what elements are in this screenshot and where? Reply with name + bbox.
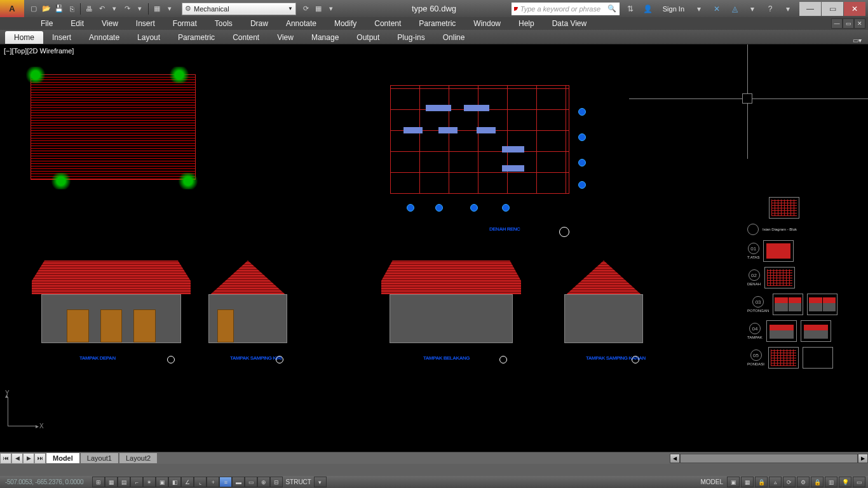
search-icon[interactable]: 🔍 [607, 4, 617, 13]
tab-content[interactable]: Content [224, 31, 268, 44]
ws-icon-1[interactable]: ⟳ [300, 3, 311, 15]
close-button[interactable]: ✕ [844, 2, 865, 16]
tab-annotate[interactable]: Annotate [80, 31, 128, 44]
tab-plugins[interactable]: Plug-ins [388, 31, 433, 44]
thumb-row-02[interactable]: 02 DENAH [747, 267, 862, 288]
open-icon[interactable]: 📂 [41, 3, 52, 15]
doc-restore-button[interactable]: ▭ [843, 18, 854, 29]
ws-icon-2[interactable]: ▦ [313, 3, 324, 15]
layer-readout[interactable]: STRUCT [283, 478, 314, 485]
menu-annotate[interactable]: Annotate [277, 17, 325, 30]
help-search-input[interactable]: Type a keyword or phrase 🔍 [512, 3, 620, 15]
save-icon[interactable]: 💾 [53, 3, 65, 15]
menu-dataview[interactable]: Data View [543, 17, 595, 30]
signin-link[interactable]: Sign In [659, 5, 688, 13]
grid-icon[interactable]: ▤ [118, 477, 130, 487]
layout-nav-prev[interactable]: ◀ [11, 453, 23, 464]
drop-icon[interactable]: ▾ [745, 2, 759, 16]
ucs-icon[interactable]: Y X ▴ ▸ [8, 397, 8, 426]
otrack-icon[interactable]: ∠ [181, 477, 194, 487]
scroll-right-icon[interactable]: ▶ [858, 454, 868, 463]
exchange-icon[interactable]: ✕ [710, 2, 724, 16]
tpy-icon[interactable]: ▬ [232, 477, 245, 487]
layer-drop-icon[interactable]: ▾ [314, 477, 327, 487]
ws-drop-icon[interactable]: ▾ [325, 3, 337, 15]
minimize-button[interactable]: — [799, 2, 821, 16]
tab-manage[interactable]: Manage [302, 31, 348, 44]
tab-home[interactable]: Home [5, 31, 43, 44]
quickview-drawings-icon[interactable]: ▦ [741, 477, 754, 487]
print-icon[interactable]: 🖶 [83, 3, 95, 15]
layout-nav-next[interactable]: ▶ [23, 453, 34, 464]
space-readout[interactable]: MODEL [698, 478, 726, 485]
tab-layout[interactable]: Layout [128, 31, 169, 44]
workspace-selector[interactable]: ⚙ Mechanical ▼ [182, 3, 296, 15]
cleanscreen-icon[interactable]: ▭ [853, 477, 865, 487]
layout-tab-layout2[interactable]: Layout2 [119, 452, 158, 464]
autodesk360-icon[interactable]: ⇅ [623, 2, 637, 16]
lock-ui-icon[interactable]: 🔒 [811, 477, 824, 487]
layout-tab-layout1[interactable]: Layout1 [80, 452, 119, 464]
isolate-icon[interactable]: 💡 [839, 477, 851, 487]
qp-icon[interactable]: ▭ [245, 477, 257, 487]
quickview-layouts-icon[interactable]: ▣ [727, 477, 740, 487]
thumb-row-01[interactable]: 01 T.ATAS [747, 240, 862, 262]
ortho-icon[interactable]: ⌐ [130, 477, 143, 487]
dyn-icon[interactable]: + [207, 477, 219, 487]
hardware-accel-icon[interactable]: ▥ [825, 477, 837, 487]
thumb-row-04[interactable]: 04 TAMPAK [747, 320, 862, 342]
thumb-row-05[interactable]: 05 PONDASI [747, 347, 862, 369]
menu-modify[interactable]: Modify [325, 17, 365, 30]
coords-readout[interactable]: -507.0053, -665.2376, 0.0000 [0, 478, 88, 485]
menu-window[interactable]: Window [465, 17, 510, 30]
scroll-track[interactable] [680, 454, 858, 463]
redo-icon[interactable]: ↷ [121, 3, 133, 15]
layout-nav-first[interactable]: ⏮ [0, 453, 11, 464]
tab-online[interactable]: Online [434, 31, 474, 44]
saveas-icon[interactable]: ⎘ [66, 3, 78, 15]
annoauto-icon[interactable]: ⟳ [783, 477, 796, 487]
layout-tab-model[interactable]: Model [46, 452, 80, 464]
tab-output[interactable]: Output [348, 31, 388, 44]
doc-minimize-button[interactable]: — [831, 18, 843, 29]
menu-content[interactable]: Content [365, 17, 410, 30]
thumb-row-03[interactable]: 03 POTONGAN [747, 294, 862, 315]
menu-help[interactable]: Help [510, 17, 543, 30]
menu-parametric[interactable]: Parametric [410, 17, 465, 30]
tab-view[interactable]: View [268, 31, 302, 44]
undo-drop-icon[interactable]: ▾ [109, 3, 120, 15]
menu-view[interactable]: View [93, 17, 127, 30]
sc-icon[interactable]: ⊕ [257, 477, 270, 487]
layer-icon[interactable]: ▦ [151, 3, 163, 15]
3dosnap-icon[interactable]: ◧ [168, 477, 181, 487]
tab-parametric[interactable]: Parametric [169, 31, 224, 44]
ws-switch-icon[interactable]: ⚙ [797, 477, 810, 487]
doc-close-button[interactable]: ✕ [854, 18, 865, 29]
polar-icon[interactable]: ✶ [143, 477, 156, 487]
layout-nav-last[interactable]: ⏭ [34, 453, 46, 464]
thumb-overview[interactable] [769, 197, 799, 219]
scroll-left-icon[interactable]: ◀ [670, 454, 680, 463]
osnap-icon[interactable]: ▣ [156, 477, 168, 487]
ducs-icon[interactable]: ⌞ [194, 477, 207, 487]
menu-format[interactable]: Format [164, 17, 206, 30]
help-icon[interactable]: ? [763, 2, 777, 16]
command-line[interactable] [0, 464, 868, 476]
menu-tools[interactable]: Tools [206, 17, 241, 30]
viewport-label[interactable]: [−][Top][2D Wireframe] [4, 47, 74, 55]
annoscale-icon[interactable]: 🔒 [755, 477, 768, 487]
model-viewport[interactable]: [−][Top][2D Wireframe] DENAH RENC [0, 44, 868, 452]
snap-icon[interactable]: ▦ [105, 477, 118, 487]
infer-icon[interactable]: ⊞ [92, 477, 105, 487]
undo-icon[interactable]: ↶ [96, 3, 107, 15]
annovis-icon[interactable]: ▵ [769, 477, 782, 487]
menu-draw[interactable]: Draw [241, 17, 277, 30]
menu-insert[interactable]: Insert [127, 17, 164, 30]
signin-drop-icon[interactable]: ▾ [692, 2, 706, 16]
stayconnected-icon[interactable]: ◬ [728, 2, 742, 16]
qat-drop-icon[interactable]: ▾ [164, 3, 175, 15]
menu-file[interactable]: File [32, 17, 62, 30]
tab-insert[interactable]: Insert [43, 31, 80, 44]
lwt-icon[interactable]: ≡ [219, 477, 232, 487]
menu-edit[interactable]: Edit [62, 17, 93, 30]
